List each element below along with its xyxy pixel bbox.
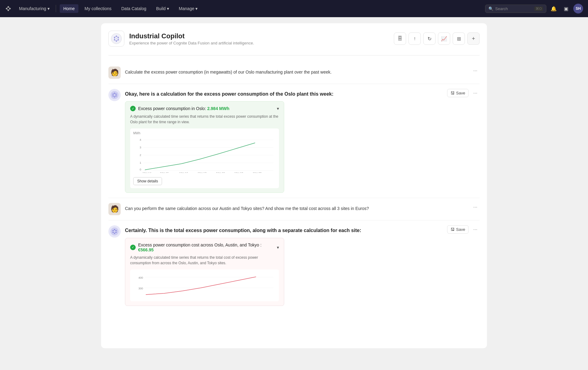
notifications-button[interactable]: 🔔 xyxy=(549,4,559,13)
result-desc-2: A dynamically calculated time series tha… xyxy=(130,255,279,266)
main-outer: Industrial Copilot Experience the power … xyxy=(0,17,588,354)
chart-ylabel-1: MWh xyxy=(133,132,276,135)
nav-my-collections[interactable]: My collections xyxy=(81,4,115,13)
section-divider xyxy=(108,55,480,55)
page-header-text: Industrial Copilot Experience the power … xyxy=(129,32,254,45)
svg-text:4: 4 xyxy=(140,138,141,141)
save-icon: 🖫 xyxy=(450,91,454,95)
message-content-3: Can you perform the same calculation acr… xyxy=(125,203,467,215)
database-icon: 🗄 xyxy=(398,36,402,41)
chart-icon: 📈 xyxy=(441,36,447,42)
result-title-1: Excess power consumption in Oslo: 2.984 … xyxy=(138,106,229,111)
bell-icon: 🔔 xyxy=(551,6,557,12)
page-subtitle: Experience the power of Cognite Data Fus… xyxy=(129,41,254,45)
svg-text:Mar 16: Mar 16 xyxy=(179,172,188,173)
svg-line-5 xyxy=(8,7,10,9)
user-avatar-msg3: 🧑 xyxy=(108,203,121,215)
svg-text:Mar 15: Mar 15 xyxy=(160,172,169,173)
chart-2: 400 300 xyxy=(130,269,279,301)
svg-text:Mar 20: Mar 20 xyxy=(253,172,262,173)
page-icon xyxy=(108,31,124,47)
message-actions-2: 🖫 Save ··· xyxy=(447,89,480,193)
user-avatar[interactable]: SH xyxy=(573,4,583,13)
svg-text:Mar 14: Mar 14 xyxy=(143,172,151,173)
save-button-1[interactable]: 🖫 Save xyxy=(447,89,469,97)
result-desc-1: A dynamically calculated time series tha… xyxy=(130,114,279,125)
more-options-button-4[interactable]: ··· xyxy=(471,225,480,234)
message-content-4: Certainly. This is the total excess powe… xyxy=(125,225,443,306)
ai-avatar-msg4 xyxy=(108,225,121,238)
refresh-button[interactable]: ↻ xyxy=(423,32,435,45)
svg-text:Mar 18: Mar 18 xyxy=(216,172,225,173)
search-box[interactable]: 🔍 Search ⌘O xyxy=(485,5,546,13)
ai-avatar-msg2 xyxy=(108,89,121,101)
more-options-button-3[interactable]: ··· xyxy=(471,203,480,212)
show-details-button-1[interactable]: Show details xyxy=(133,177,162,185)
nav-divider xyxy=(56,5,56,12)
more-options-button-2[interactable]: ··· xyxy=(471,89,480,97)
main-card: Industrial Copilot Experience the power … xyxy=(101,23,487,348)
add-button[interactable]: + xyxy=(467,32,480,45)
chat-message-ai-1: Okay, here is a calculation for the exce… xyxy=(108,84,480,198)
result-expand-1[interactable]: ▾ xyxy=(277,106,279,111)
page-title: Industrial Copilot xyxy=(129,32,254,40)
upload-button[interactable]: ↑ xyxy=(409,32,421,45)
layout-button[interactable]: ▣ xyxy=(561,4,571,13)
result-card-2: ✓ Excess power consumption cost across O… xyxy=(125,238,284,306)
message-text-ai-2: Certainly. This is the total excess powe… xyxy=(125,225,443,234)
message-text-ai-1: Okay, here is a calculation for the exce… xyxy=(125,89,443,97)
result-title-2: Excess power consumption cost across Osl… xyxy=(138,242,262,252)
svg-text:Mar 17: Mar 17 xyxy=(198,172,206,173)
grid-icon: ⊞ xyxy=(457,36,461,42)
nav-manage[interactable]: Manage ▾ xyxy=(175,4,202,13)
svg-point-24 xyxy=(111,91,119,99)
nav-data-catalog[interactable]: Data Catalog xyxy=(118,4,150,13)
svg-text:Mar 19: Mar 19 xyxy=(235,172,243,173)
svg-text:1: 1 xyxy=(140,161,141,164)
save-icon-2: 🖫 xyxy=(450,227,454,232)
check-icon-1: ✓ xyxy=(130,106,136,111)
chevron-down-icon: ▾ xyxy=(167,6,169,11)
message-text-1: Calculate the excess power consumption (… xyxy=(125,67,467,75)
nav-home[interactable]: Home xyxy=(60,4,78,13)
svg-line-7 xyxy=(7,9,9,10)
search-icon: 🔍 xyxy=(488,6,493,11)
svg-text:400: 400 xyxy=(138,276,143,279)
message-text-3: Can you perform the same calculation acr… xyxy=(125,203,467,212)
chart-button[interactable]: 📈 xyxy=(438,32,450,45)
chevron-down-icon: ▾ xyxy=(47,6,50,11)
workspace-selector[interactable]: Manufacturing ▾ xyxy=(17,5,52,12)
refresh-icon: ↻ xyxy=(428,36,432,42)
result-value-2: €566.95 xyxy=(138,247,154,252)
svg-text:0: 0 xyxy=(140,168,141,171)
message-actions-4: 🖫 Save ··· xyxy=(447,225,480,306)
nav-build[interactable]: Build ▾ xyxy=(153,4,173,13)
result-card-header-1: ✓ Excess power consumption in Oslo: 2.98… xyxy=(130,106,279,111)
avatar-initials: SH xyxy=(576,6,581,11)
topnav: Manufacturing ▾ Home My collections Data… xyxy=(0,0,588,17)
svg-line-4 xyxy=(7,7,9,9)
svg-line-6 xyxy=(8,9,10,10)
result-card-header-2: ✓ Excess power consumption cost across O… xyxy=(130,242,279,252)
app-logo xyxy=(5,5,12,12)
chat-message-user-1: 🧑 Calculate the excess power consumption… xyxy=(108,62,480,84)
result-expand-2[interactable]: ▾ xyxy=(277,245,279,250)
search-placeholder: Search xyxy=(495,6,533,11)
chat-message-user-2: 🧑 Can you perform the same calculation a… xyxy=(108,198,480,220)
result-card-1: ✓ Excess power consumption in Oslo: 2.98… xyxy=(125,101,284,193)
workspace-label: Manufacturing xyxy=(19,6,46,11)
chevron-down-icon: ▾ xyxy=(195,6,198,11)
layout-icon: ▣ xyxy=(564,6,568,12)
user-avatar-msg1: 🧑 xyxy=(108,67,121,79)
message-content-1: Calculate the excess power consumption (… xyxy=(125,67,467,79)
check-icon-2: ✓ xyxy=(130,245,136,250)
grid-button[interactable]: ⊞ xyxy=(453,32,465,45)
save-button-2[interactable]: 🖫 Save xyxy=(447,225,469,234)
message-actions-1: ··· xyxy=(471,67,480,79)
database-button[interactable]: 🗄 xyxy=(394,32,406,45)
more-options-button-1[interactable]: ··· xyxy=(471,67,480,75)
result-value-1: 2.984 MWh xyxy=(207,106,229,111)
chart-1: MWh 4 3 2 1 0 xyxy=(130,128,279,188)
message-content-2: Okay, here is a calculation for the exce… xyxy=(125,89,443,193)
upload-icon: ↑ xyxy=(413,36,416,41)
